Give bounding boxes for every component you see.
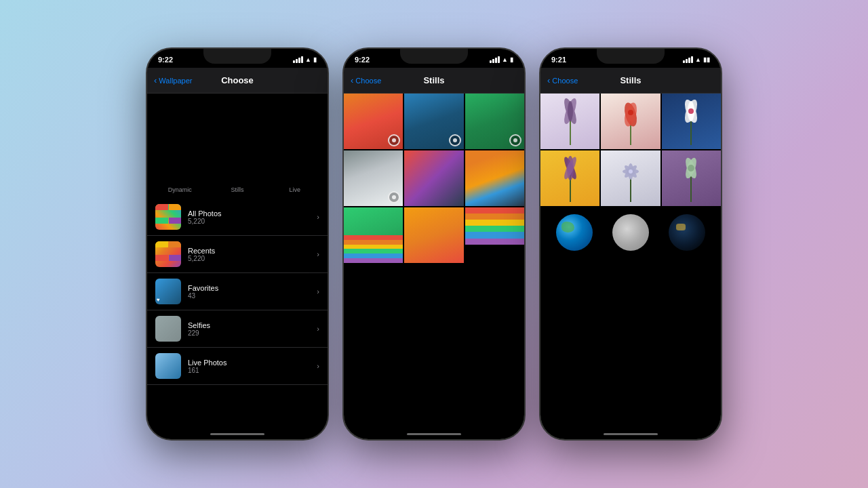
signal-bar-6 bbox=[492, 59, 494, 63]
stripe-yellow bbox=[344, 245, 403, 249]
toggle-svg-2 bbox=[452, 137, 458, 144]
stripe-purple bbox=[344, 258, 403, 263]
flower-item-5[interactable] bbox=[601, 150, 660, 206]
phone-3: 9:21 ▲ ▮▮ ‹ Choose Stills bbox=[539, 47, 722, 441]
still-item-7[interactable] bbox=[344, 207, 403, 263]
album-live-photos-count: 161 bbox=[188, 367, 310, 374]
earth-globe[interactable] bbox=[556, 214, 593, 251]
still-item-9[interactable] bbox=[465, 207, 524, 263]
back-label-2[interactable]: Choose bbox=[355, 77, 381, 85]
dark-earth-globe[interactable] bbox=[669, 214, 705, 251]
album-favorites-name: Favorites bbox=[188, 284, 310, 292]
still-item-4[interactable] bbox=[344, 150, 403, 206]
thumb-cell-5 bbox=[155, 241, 168, 247]
notch-2 bbox=[400, 49, 468, 64]
signal-bar-2 bbox=[296, 59, 298, 63]
phone-3-screen: 9:21 ▲ ▮▮ ‹ Choose Stills bbox=[540, 49, 721, 439]
nav-title-1: Choose bbox=[221, 75, 254, 85]
flower-svg-1 bbox=[553, 98, 587, 145]
phone3-power-btn bbox=[721, 130, 722, 157]
stripe-blue bbox=[344, 253, 403, 258]
thumb-cell-2 bbox=[169, 204, 182, 210]
album-selfies-thumb bbox=[155, 316, 181, 342]
wp-live-item[interactable]: Live bbox=[267, 99, 322, 193]
flower-svg-5 bbox=[614, 155, 648, 202]
nav-back-2[interactable]: ‹ Choose bbox=[351, 75, 381, 85]
home-indicator-1 bbox=[210, 433, 264, 435]
flower-item-2[interactable] bbox=[601, 94, 660, 149]
signal-bar-12 bbox=[691, 56, 693, 63]
s9-stripe-6 bbox=[465, 239, 524, 245]
nav-bar-3: ‹ Choose Stills bbox=[540, 68, 721, 94]
still-item-6[interactable] bbox=[465, 150, 524, 206]
phone-1: 9:22 ▲ ▮ ‹ Wallpaper Choose bbox=[146, 47, 329, 441]
stills-grid-2 bbox=[344, 94, 524, 263]
signal-bar-3 bbox=[298, 58, 300, 63]
nav-title-2: Stills bbox=[423, 75, 444, 85]
chevron-right-icon-1: › bbox=[317, 213, 319, 221]
rainbow-overlay bbox=[344, 235, 403, 263]
toggle-svg-3 bbox=[512, 137, 519, 144]
phone-1-screen: 9:22 ▲ ▮ ‹ Wallpaper Choose bbox=[147, 49, 328, 439]
battery-icon-1: ▮ bbox=[313, 56, 317, 63]
thumb-cell-1 bbox=[155, 204, 168, 210]
chevron-right-icon-4: › bbox=[317, 325, 319, 333]
album-live-photos[interactable]: Live Photos 161 › bbox=[147, 348, 328, 385]
status-icons-1: ▲ ▮ bbox=[293, 56, 317, 63]
flower-item-6[interactable] bbox=[662, 150, 721, 206]
thumb-cell-8 bbox=[169, 255, 182, 261]
flower-svg-2 bbox=[614, 98, 648, 145]
time-display-3: 9:21 bbox=[551, 56, 566, 64]
nav-bar-1: ‹ Wallpaper Choose bbox=[147, 68, 328, 94]
back-label-3[interactable]: Choose bbox=[552, 77, 578, 85]
album-favorites-info: Favorites 43 bbox=[188, 284, 310, 300]
album-all-photos[interactable]: All Photos 5,220 › bbox=[147, 199, 328, 236]
toggle-icon-1[interactable] bbox=[388, 134, 400, 146]
choose-content: Dynamic Stills Live bbox=[147, 94, 328, 439]
toggle-icon-2[interactable] bbox=[449, 134, 461, 146]
still-item-2[interactable] bbox=[404, 94, 463, 149]
chevron-right-icon-3: › bbox=[317, 287, 319, 296]
flower-grid bbox=[540, 94, 721, 206]
wp-dynamic-item[interactable]: Dynamic bbox=[153, 99, 208, 193]
album-live-photos-info: Live Photos 161 bbox=[188, 359, 310, 374]
still-item-5[interactable] bbox=[404, 150, 463, 206]
svg-point-3 bbox=[392, 195, 396, 199]
toggle-icon-3[interactable] bbox=[509, 134, 521, 146]
wp-stills-label: Stills bbox=[231, 186, 244, 193]
rainbow-stripes bbox=[465, 207, 524, 263]
status-icons-2: ▲ ▮ bbox=[490, 56, 513, 63]
svg-point-30 bbox=[688, 165, 694, 171]
album-recents-name: Recents bbox=[188, 247, 310, 255]
signal-bar-8 bbox=[498, 56, 500, 63]
home-indicator-2 bbox=[407, 433, 461, 435]
chevron-right-icon-2: › bbox=[317, 250, 319, 258]
back-label-1[interactable]: Wallpaper bbox=[159, 77, 192, 85]
s9-black bbox=[465, 245, 524, 263]
wp-stills-item[interactable]: Stills bbox=[210, 99, 265, 193]
still-item-8[interactable] bbox=[404, 207, 463, 263]
toggle-icon-4[interactable] bbox=[388, 191, 400, 203]
signal-bar-5 bbox=[490, 60, 492, 63]
chevron-left-icon-2: ‹ bbox=[351, 75, 353, 85]
flower-item-4[interactable] bbox=[540, 150, 599, 206]
flower-svg-4 bbox=[553, 155, 587, 202]
s9-stripe-4 bbox=[465, 226, 524, 232]
album-recents-thumb bbox=[155, 241, 181, 267]
s9-stripe-5 bbox=[465, 232, 524, 238]
still-item-1[interactable] bbox=[344, 94, 403, 149]
chevron-left-icon-1: ‹ bbox=[154, 75, 157, 85]
svg-point-26 bbox=[629, 169, 633, 174]
flower-item-3[interactable] bbox=[662, 94, 721, 149]
album-favorites[interactable]: Favorites 43 › bbox=[147, 273, 328, 310]
moon-globe[interactable] bbox=[612, 214, 649, 251]
still-item-3[interactable] bbox=[465, 94, 524, 149]
album-selfies[interactable]: Selfies 229 › bbox=[147, 310, 328, 348]
flower-item-1[interactable] bbox=[540, 94, 599, 149]
nav-back-1[interactable]: ‹ Wallpaper bbox=[154, 75, 192, 85]
toggle-svg-1 bbox=[391, 137, 397, 144]
album-all-photos-name: All Photos bbox=[188, 209, 310, 218]
nav-back-3[interactable]: ‹ Choose bbox=[547, 75, 578, 85]
signal-bar-7 bbox=[495, 58, 497, 63]
album-recents[interactable]: Recents 5,220 › bbox=[147, 236, 328, 273]
